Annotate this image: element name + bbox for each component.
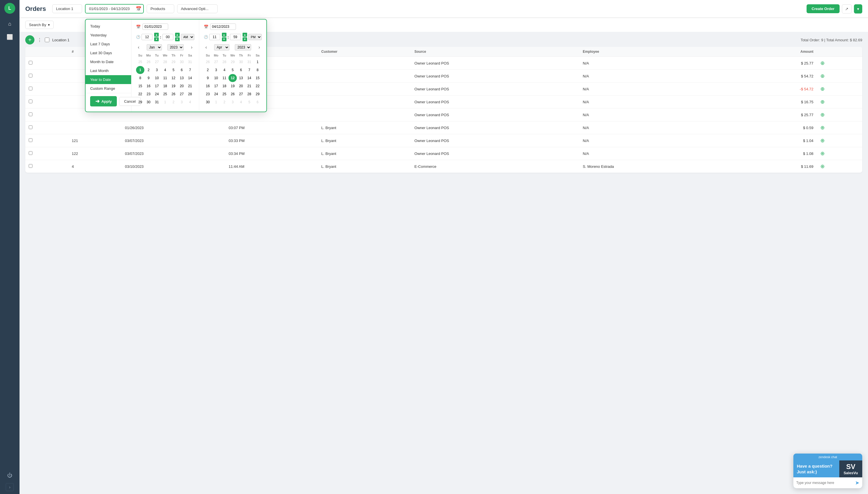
calendar-day[interactable]: 31 [153, 98, 161, 106]
left-min-down[interactable]: ▼ [175, 37, 180, 41]
date-range-input[interactable] [85, 4, 144, 14]
preset-customrange[interactable]: Custom Range [86, 84, 131, 93]
sidebar-item-power[interactable]: ⏻ [4, 470, 15, 481]
calendar-day[interactable]: 5 [169, 66, 178, 74]
row-add-icon[interactable]: ⊕ [820, 125, 825, 131]
calendar-day[interactable]: 28 [186, 90, 194, 98]
more-actions-button[interactable]: ⋮ [37, 37, 42, 43]
calendar-day[interactable]: 7 [186, 66, 194, 74]
calendar-day[interactable]: 17 [212, 82, 220, 90]
calendar-day[interactable]: 15 [254, 74, 262, 82]
row-checkbox[interactable] [29, 74, 33, 77]
zendesk-send-icon[interactable]: ➤ [855, 480, 860, 486]
row-checkbox[interactable] [29, 164, 33, 168]
calendar-day[interactable]: 29 [136, 98, 144, 106]
calendar-day[interactable]: 29 [254, 90, 262, 98]
calendar-day[interactable]: 9 [144, 74, 153, 82]
calendar-day[interactable]: 2 [169, 98, 178, 106]
calendar-day[interactable]: 13 [178, 74, 186, 82]
products-select[interactable]: Products [147, 4, 174, 13]
calendar-day[interactable]: 26 [204, 58, 212, 66]
row-add-icon[interactable]: ⊕ [820, 73, 825, 79]
left-cal-next[interactable]: › [189, 44, 194, 51]
calendar-day[interactable]: 3 [153, 66, 161, 74]
row-checkbox[interactable] [29, 87, 33, 90]
row-checkbox[interactable] [29, 151, 33, 155]
left-hour-up[interactable]: ▲ [154, 33, 159, 37]
calendar-day[interactable]: 26 [169, 90, 178, 98]
location-select[interactable]: Location 1 [52, 4, 82, 13]
calendar-day[interactable]: 25 [136, 58, 144, 66]
row-checkbox[interactable] [29, 99, 33, 103]
preset-last30days[interactable]: Last 30 Days [86, 49, 131, 57]
right-month-select[interactable]: JanFebMarApr MayJunJulAug SepOctNovDec [214, 44, 229, 51]
calendar-day[interactable]: 22 [254, 82, 262, 90]
calendar-day[interactable]: 11 [220, 74, 228, 82]
calendar-day[interactable]: 20 [237, 82, 245, 90]
row-add-icon[interactable]: ⊕ [820, 86, 825, 92]
row-add-icon[interactable]: ⊕ [820, 60, 825, 66]
preset-yeartodate[interactable]: Year to Date [86, 75, 131, 84]
calendar-day[interactable]: 28 [245, 90, 254, 98]
calendar-day[interactable]: 20 [178, 82, 186, 90]
calendar-day[interactable]: 14 [186, 74, 194, 82]
left-year-select[interactable]: 202220232024 [167, 44, 184, 51]
row-checkbox[interactable] [29, 125, 33, 129]
calendar-day[interactable]: 5 [245, 98, 254, 106]
select-all-checkbox[interactable] [45, 38, 49, 42]
sidebar-expand-button[interactable]: › [6, 483, 14, 491]
calendar-day[interactable]: 3 [212, 66, 220, 74]
calendar-day[interactable]: 31 [245, 58, 254, 66]
add-order-button[interactable]: + [25, 35, 34, 44]
calendar-day[interactable]: 4 [237, 98, 245, 106]
calendar-day[interactable]: 15 [136, 82, 144, 90]
left-date-input[interactable] [142, 23, 168, 30]
calendar-day[interactable]: 6 [254, 98, 262, 106]
calendar-day[interactable]: 7 [245, 66, 254, 74]
calendar-day[interactable]: 14 [245, 74, 254, 82]
calendar-day[interactable]: 16 [204, 82, 212, 90]
calendar-day[interactable]: 10 [153, 74, 161, 82]
calendar-day[interactable]: 23 [144, 90, 153, 98]
calendar-day[interactable]: 25 [220, 90, 228, 98]
row-checkbox[interactable] [29, 112, 33, 116]
right-hour-up[interactable]: ▲ [222, 33, 226, 37]
calendar-day[interactable]: 9 [204, 74, 212, 82]
row-add-icon[interactable]: ⊕ [820, 138, 825, 144]
calendar-day[interactable]: 4 [186, 98, 194, 106]
calendar-day[interactable]: 30 [237, 58, 245, 66]
right-cal-prev[interactable]: ‹ [204, 44, 209, 51]
calendar-day[interactable]: 5 [228, 66, 237, 74]
calendar-day[interactable]: 30 [144, 98, 153, 106]
calendar-day[interactable]: 1 [161, 98, 169, 106]
preset-last7days[interactable]: Last 7 Days [86, 40, 131, 49]
calendar-day[interactable]: 25 [161, 90, 169, 98]
calendar-day[interactable]: 6 [178, 66, 186, 74]
calendar-day[interactable]: 27 [212, 58, 220, 66]
calendar-day[interactable]: 21 [186, 82, 194, 90]
calendar-day[interactable]: 16 [144, 82, 153, 90]
right-min-up[interactable]: ▲ [243, 33, 247, 37]
left-min-up[interactable]: ▲ [175, 33, 180, 37]
calendar-day[interactable]: 1 [254, 58, 262, 66]
calendar-day[interactable]: 1 [136, 66, 144, 74]
calendar-day[interactable]: 24 [212, 90, 220, 98]
right-ampm-select[interactable]: AMPM [248, 34, 262, 40]
calendar-day[interactable]: 2 [144, 66, 153, 74]
calendar-day[interactable]: 2 [204, 66, 212, 74]
row-checkbox[interactable] [29, 138, 33, 142]
preset-lastmonth[interactable]: Last Month [86, 66, 131, 75]
calendar-day[interactable]: 27 [237, 90, 245, 98]
calendar-day[interactable]: 11 [161, 74, 169, 82]
left-month-select[interactable]: JanFebMarApr MayJunJulAug SepOctNovDec [147, 44, 162, 51]
row-checkbox[interactable] [29, 61, 33, 64]
zendesk-input[interactable] [796, 481, 853, 485]
calendar-day[interactable]: 31 [186, 58, 194, 66]
calendar-day[interactable]: 6 [237, 66, 245, 74]
calendar-day[interactable]: 2 [220, 98, 228, 106]
apply-button[interactable]: ➜ Apply [90, 96, 117, 107]
calendar-day[interactable]: 24 [153, 90, 161, 98]
calendar-day[interactable]: 29 [169, 58, 178, 66]
sidebar-item-home[interactable]: ⌂ [4, 18, 15, 29]
calendar-day[interactable]: 27 [153, 58, 161, 66]
